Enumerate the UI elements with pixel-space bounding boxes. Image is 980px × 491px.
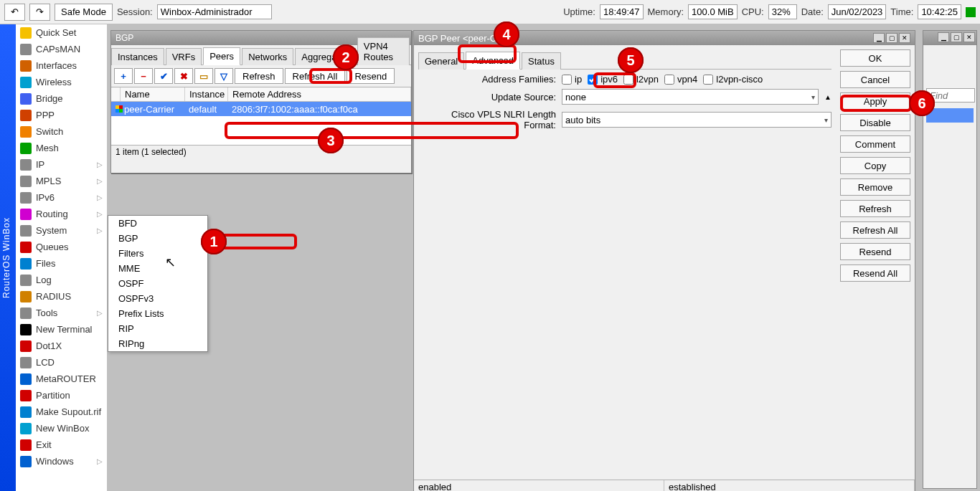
close-icon[interactable]: ✕ bbox=[963, 32, 975, 42]
checkbox-input-vpn4[interactable] bbox=[664, 75, 674, 85]
submenu-item-ospfv3[interactable]: OSPFv3 bbox=[108, 291, 207, 306]
sidebar-item-dot1x[interactable]: Dot1X bbox=[16, 338, 107, 354]
tab-vpn4-routes[interactable]: VPN4 Routes bbox=[357, 37, 410, 65]
session-value[interactable]: Winbox-Administrador bbox=[157, 4, 272, 19]
checkbox-ipv6[interactable]: ipv6 bbox=[588, 74, 618, 85]
checkbox-l2vpn-cisco[interactable]: l2vpn-cisco bbox=[703, 74, 763, 85]
cisco-vpls-combo[interactable]: auto bits bbox=[562, 112, 831, 128]
checkbox-input-l2vpn-cisco[interactable] bbox=[703, 75, 713, 85]
col-instance[interactable]: Instance bbox=[185, 87, 228, 101]
tab-general[interactable]: General bbox=[418, 52, 464, 70]
sidebar-item-tools[interactable]: Tools▷ bbox=[16, 305, 107, 321]
sidebar-item-switch[interactable]: Switch bbox=[16, 123, 107, 140]
tab-peers[interactable]: Peers bbox=[203, 47, 240, 65]
checkbox-l2vpn[interactable]: l2vpn bbox=[623, 74, 659, 85]
checkbox-input-l2vpn[interactable] bbox=[623, 75, 633, 85]
sidebar-item-lcd[interactable]: LCD bbox=[16, 354, 107, 371]
refresh-button[interactable]: Refresh bbox=[235, 68, 283, 84]
sidebar-item-new-winbox[interactable]: New WinBox bbox=[16, 420, 107, 437]
maximize-icon[interactable]: ▢ bbox=[951, 32, 962, 42]
maximize-icon[interactable]: ▢ bbox=[886, 33, 897, 43]
bgp-peer-row[interactable]: peer-Carrier default 2806:3f7:1002:aaaa:… bbox=[111, 102, 411, 116]
disable-button[interactable]: ✖ bbox=[174, 68, 193, 84]
sidebar-item-make-supout-rif[interactable]: Make Supout.rif bbox=[16, 404, 107, 420]
add-button[interactable]: + bbox=[114, 68, 133, 84]
bgp-toolbar: + − ✔ ✖ ▭ ▽ Refresh Refresh All Resend bbox=[111, 65, 411, 87]
submenu-item-ripng[interactable]: RIPng bbox=[108, 336, 207, 351]
sidebar-item-exit[interactable]: Exit bbox=[16, 437, 107, 453]
sidebar-item-files[interactable]: Files bbox=[16, 255, 107, 272]
sidebar-item-system[interactable]: System▷ bbox=[16, 222, 107, 239]
col-remote[interactable]: Remote Address bbox=[228, 87, 411, 101]
ok-button[interactable]: OK bbox=[840, 49, 910, 67]
checkbox-input-ip[interactable] bbox=[562, 75, 572, 85]
sidebar-item-interfaces[interactable]: Interfaces bbox=[16, 57, 107, 74]
windows-icon bbox=[20, 456, 32, 467]
sidebar-item-windows[interactable]: Windows▷ bbox=[16, 453, 107, 469]
resend-all-button[interactable]: Resend All bbox=[840, 264, 910, 282]
minimize-icon[interactable]: ▁ bbox=[873, 33, 885, 43]
submenu-item-prefix-lists[interactable]: Prefix Lists bbox=[108, 306, 207, 321]
sidebar-item-capsman[interactable]: CAPsMAN bbox=[16, 41, 107, 57]
sidebar-item-log[interactable]: Log bbox=[16, 272, 107, 288]
close-icon[interactable]: ✕ bbox=[899, 33, 910, 43]
sidebar-item-mpls[interactable]: MPLS▷ bbox=[16, 173, 107, 189]
sidebar-item-quick-set[interactable]: Quick Set bbox=[16, 24, 107, 41]
chevron-right-icon: ▷ bbox=[97, 309, 103, 317]
submenu-item-ospf[interactable]: OSPF bbox=[108, 276, 207, 291]
remove-button[interactable]: − bbox=[134, 68, 153, 84]
checkbox-input-ipv6[interactable] bbox=[588, 75, 598, 85]
filter-button[interactable]: ▽ bbox=[215, 68, 233, 84]
sidebar-item-routing[interactable]: Routing▷ bbox=[16, 206, 107, 222]
resend-button[interactable]: Resend bbox=[840, 243, 910, 260]
sidebar-item-label: Routing bbox=[36, 209, 68, 219]
checkbox-vpn4[interactable]: vpn4 bbox=[664, 74, 697, 85]
sidebar-item-wireless[interactable]: Wireless bbox=[16, 74, 107, 90]
tab-instances[interactable]: Instances bbox=[111, 48, 164, 65]
refresh-all-button[interactable]: Refresh All bbox=[285, 68, 346, 84]
sidebar-item-ip[interactable]: IP▷ bbox=[16, 156, 107, 173]
safe-mode-button[interactable]: Safe Mode bbox=[55, 4, 113, 21]
back-button[interactable]: ↶ bbox=[4, 4, 25, 21]
submenu-item-mme[interactable]: MME bbox=[108, 261, 207, 276]
tab-status[interactable]: Status bbox=[522, 52, 561, 70]
submenu-item-filters[interactable]: Filters bbox=[108, 246, 207, 261]
comment-button[interactable]: Comment bbox=[840, 135, 910, 153]
refresh-all-button[interactable]: Refresh All bbox=[840, 221, 910, 239]
enable-button[interactable]: ✔ bbox=[154, 68, 173, 84]
submenu-item-bfd[interactable]: BFD bbox=[108, 216, 207, 231]
up-triangle-icon[interactable]: ▲ bbox=[824, 93, 831, 101]
tab-advanced[interactable]: Advanced bbox=[466, 52, 520, 70]
apply-button[interactable]: Apply bbox=[840, 92, 910, 110]
ppp-icon bbox=[20, 110, 32, 121]
sidebar-item-queues[interactable]: Queues bbox=[16, 239, 107, 255]
sidebar-item-radius[interactable]: RADIUS bbox=[16, 288, 107, 305]
forward-button[interactable]: ↷ bbox=[29, 4, 50, 21]
sidebar-item-partition[interactable]: Partition bbox=[16, 387, 107, 404]
submenu-item-bgp[interactable]: BGP bbox=[108, 231, 207, 246]
sidebar-item-bridge[interactable]: Bridge bbox=[16, 90, 107, 107]
col-name[interactable]: Name bbox=[121, 87, 185, 101]
tab-networks[interactable]: Networks bbox=[242, 48, 293, 65]
submenu-item-rip[interactable]: RIP bbox=[108, 321, 207, 336]
sidebar-item-mesh[interactable]: Mesh bbox=[16, 140, 107, 156]
checkbox-ip[interactable]: ip bbox=[562, 74, 582, 85]
comment-button[interactable]: ▭ bbox=[194, 68, 213, 84]
cancel-button[interactable]: Cancel bbox=[840, 71, 910, 88]
sidebar-item-new-terminal[interactable]: New Terminal bbox=[16, 321, 107, 338]
disable-button[interactable]: Disable bbox=[840, 114, 910, 131]
peer-status-right: established bbox=[664, 480, 915, 491]
update-source-combo[interactable]: none bbox=[562, 89, 819, 105]
resend-button[interactable]: Resend bbox=[347, 68, 395, 84]
uptime-label: Uptime: bbox=[563, 6, 595, 17]
sidebar-item-ipv6[interactable]: IPv6▷ bbox=[16, 189, 107, 206]
right-selected-row[interactable] bbox=[926, 108, 974, 123]
refresh-button[interactable]: Refresh bbox=[840, 200, 910, 217]
sidebar-item-ppp[interactable]: PPP bbox=[16, 107, 107, 123]
wifi-icon bbox=[20, 77, 32, 88]
minimize-icon[interactable]: ▁ bbox=[938, 32, 949, 42]
sidebar-item-metarouter[interactable]: MetaROUTER bbox=[16, 371, 107, 387]
copy-button[interactable]: Copy bbox=[840, 157, 910, 174]
tab-vrfs[interactable]: VRFs bbox=[166, 48, 202, 65]
remove-button[interactable]: Remove bbox=[840, 178, 910, 196]
